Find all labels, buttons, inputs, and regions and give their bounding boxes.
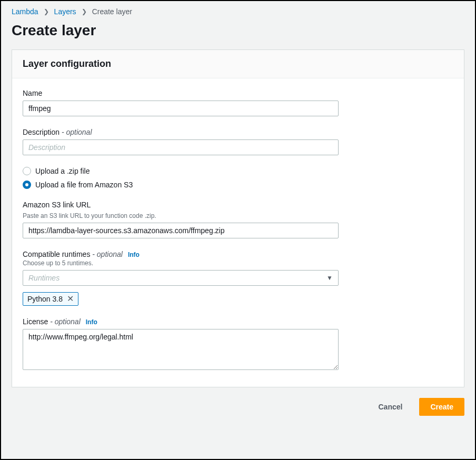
- radio-upload-s3[interactable]: Upload a file from Amazon S3: [23, 181, 453, 189]
- layer-config-panel: Layer configuration Name Description - o…: [12, 49, 464, 387]
- runtimes-info-link[interactable]: Info: [128, 251, 140, 258]
- breadcrumb-current: Create layer: [92, 7, 132, 16]
- upload-source-radios: Upload a .zip file Upload a file from Am…: [23, 167, 453, 189]
- radio-s3-label: Upload a file from Amazon S3: [35, 181, 133, 189]
- chevron-right-icon: ❯: [82, 8, 87, 15]
- runtimes-select[interactable]: Runtimes ▼: [23, 270, 339, 286]
- radio-zip-label: Upload a .zip file: [35, 167, 90, 175]
- runtime-tag-label: Python 3.8: [27, 295, 63, 303]
- page-title: Create layer: [12, 22, 464, 39]
- runtime-tag: Python 3.8 ✕: [23, 292, 78, 306]
- breadcrumb: Lambda ❯ Layers ❯ Create layer: [12, 5, 464, 22]
- chevron-down-icon: ▼: [326, 274, 333, 282]
- runtimes-label: Compatible runtimes - optional: [23, 250, 123, 258]
- field-name: Name: [23, 89, 453, 116]
- panel-title: Layer configuration: [23, 58, 453, 69]
- description-label: Description - optional: [23, 128, 453, 136]
- field-s3-url: Amazon S3 link URL Paste an S3 link URL …: [23, 201, 453, 238]
- radio-upload-zip[interactable]: Upload a .zip file: [23, 167, 453, 175]
- field-runtimes: Compatible runtimes - optional Info Choo…: [23, 250, 453, 306]
- license-info-link[interactable]: Info: [86, 318, 97, 326]
- panel-header: Layer configuration: [12, 50, 464, 78]
- field-license: License - optional Info: [23, 317, 453, 372]
- radio-icon: [23, 181, 31, 189]
- description-input[interactable]: [23, 139, 339, 155]
- breadcrumb-layers[interactable]: Layers: [54, 7, 76, 16]
- close-icon[interactable]: ✕: [67, 295, 74, 303]
- runtimes-placeholder: Runtimes: [28, 274, 60, 282]
- s3-url-label: Amazon S3 link URL: [23, 201, 453, 209]
- name-input[interactable]: [23, 101, 339, 116]
- license-label: License - optional: [23, 317, 81, 326]
- name-label: Name: [23, 89, 453, 97]
- radio-icon: [23, 167, 31, 175]
- license-input[interactable]: [23, 329, 339, 370]
- breadcrumb-lambda[interactable]: Lambda: [12, 7, 38, 16]
- runtimes-help: Choose up to 5 runtimes.: [23, 259, 453, 267]
- form-actions: Cancel Create: [12, 398, 464, 416]
- chevron-right-icon: ❯: [44, 8, 49, 15]
- cancel-button[interactable]: Cancel: [368, 398, 413, 416]
- s3-url-input[interactable]: [23, 223, 339, 238]
- s3-url-help: Paste an S3 link URL to your function co…: [23, 212, 453, 219]
- field-description: Description - optional: [23, 128, 453, 155]
- create-button[interactable]: Create: [419, 398, 464, 416]
